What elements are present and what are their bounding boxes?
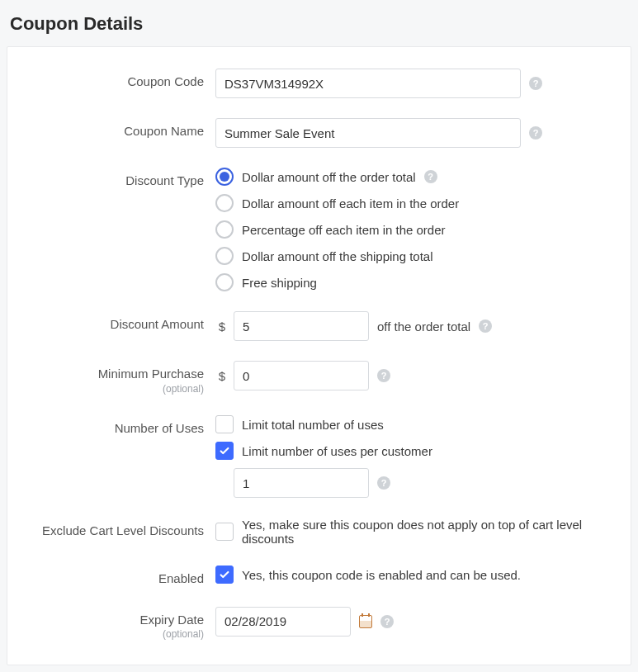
discount-type-label: Discount Type bbox=[24, 168, 215, 189]
limit-total-uses-label: Limit total number of uses bbox=[242, 418, 384, 432]
discount-type-radio-group: Dollar amount off the order total ? Doll… bbox=[215, 168, 614, 291]
limit-per-customer-label: Limit number of uses per customer bbox=[242, 444, 432, 458]
help-icon[interactable]: ? bbox=[380, 615, 394, 628]
discount-amount-input[interactable] bbox=[234, 311, 369, 341]
exclude-cart-level-text: Yes, make sure this coupon does not appl… bbox=[242, 518, 614, 546]
coupon-name-label: Coupon Name bbox=[24, 118, 215, 140]
help-icon[interactable]: ? bbox=[479, 319, 492, 333]
enabled-text: Yes, this coupon code is enabled and can… bbox=[242, 568, 521, 582]
exclude-cart-level-checkbox[interactable] bbox=[215, 523, 234, 541]
expiry-date-label: Expiry Date (optional) bbox=[24, 607, 215, 641]
help-icon[interactable]: ? bbox=[377, 369, 390, 382]
discount-type-radio-shipping-total[interactable] bbox=[215, 247, 234, 265]
coupon-code-label: Coupon Code bbox=[24, 69, 215, 90]
discount-amount-label: Discount Amount bbox=[24, 311, 215, 333]
enabled-label: Enabled bbox=[24, 566, 215, 587]
exclude-cart-level-label: Exclude Cart Level Discounts bbox=[24, 518, 215, 539]
coupon-details-panel: Coupon Code ? Coupon Name ? Discount Typ… bbox=[7, 46, 631, 665]
discount-type-radio-each-item[interactable] bbox=[215, 194, 234, 212]
currency-symbol: $ bbox=[215, 369, 225, 383]
coupon-name-input[interactable] bbox=[215, 118, 521, 148]
discount-type-radio-percent-item[interactable] bbox=[215, 220, 234, 239]
expiry-date-label-text: Expiry Date bbox=[139, 613, 204, 627]
help-icon[interactable]: ? bbox=[529, 77, 542, 90]
help-icon[interactable]: ? bbox=[377, 476, 390, 490]
minimum-purchase-label: Minimum Purchase (optional) bbox=[24, 361, 215, 395]
page-title: Coupon Details bbox=[10, 13, 628, 35]
expiry-date-input[interactable] bbox=[215, 607, 351, 637]
optional-label: (optional) bbox=[24, 383, 204, 396]
calendar-icon[interactable] bbox=[359, 615, 372, 628]
radio-label: Dollar amount off each item in the order bbox=[242, 196, 459, 211]
limit-total-uses-checkbox[interactable] bbox=[215, 415, 234, 433]
optional-label: (optional) bbox=[24, 628, 204, 641]
radio-label: Dollar amount off the shipping total bbox=[242, 249, 433, 263]
enabled-checkbox[interactable] bbox=[215, 566, 234, 584]
radio-label: Dollar amount off the order total bbox=[242, 170, 416, 184]
discount-amount-suffix: off the order total bbox=[377, 319, 470, 334]
discount-type-radio-free-shipping[interactable] bbox=[215, 273, 234, 291]
radio-label: Free shipping bbox=[242, 276, 317, 290]
help-icon[interactable]: ? bbox=[424, 170, 437, 183]
currency-symbol: $ bbox=[215, 319, 225, 334]
number-of-uses-label: Number of Uses bbox=[24, 415, 215, 437]
help-icon[interactable]: ? bbox=[529, 126, 542, 140]
coupon-code-input[interactable] bbox=[215, 69, 521, 98]
minimum-purchase-label-text: Minimum Purchase bbox=[98, 367, 204, 381]
limit-per-customer-checkbox[interactable] bbox=[215, 442, 234, 460]
minimum-purchase-input[interactable] bbox=[234, 361, 369, 390]
discount-type-radio-order-total[interactable] bbox=[215, 168, 234, 186]
limit-per-customer-input[interactable] bbox=[234, 468, 369, 498]
radio-label: Percentage off each item in the order bbox=[242, 223, 446, 237]
